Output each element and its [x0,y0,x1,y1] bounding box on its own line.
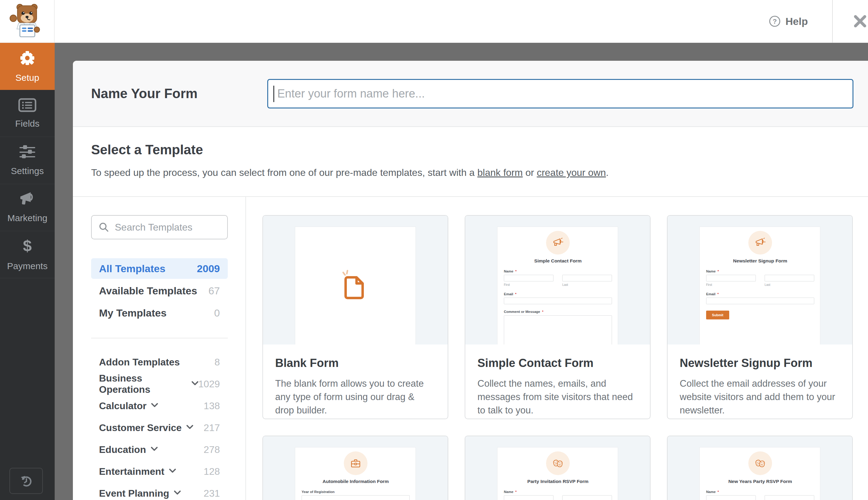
template-card-simple-contact-form[interactable]: Simple Contact FormName *FirstLastEmail … [465,215,651,419]
chevron-down-icon [192,381,198,387]
sidebar-item-settings[interactable]: Settings [0,137,55,184]
help-button[interactable]: ? Help [768,0,808,43]
sidebar-item-label: Payments [7,261,47,271]
category-label: Entertainment [99,466,164,477]
template-category-business-operations[interactable]: Business Operations1029 [91,373,228,395]
setup-panel: Name Your Form Select a Template To spee… [73,61,868,500]
required-asterisk: * [718,269,719,273]
card-footer: Newsletter Signup FormCollect the email … [667,344,852,417]
mini-form-page: Simple Contact FormName *FirstLastEmail … [497,227,618,344]
mini-submit-button: Submit [706,311,729,320]
mini-field-label: Comment or Message * [504,310,612,314]
template-category-education[interactable]: Education278 [91,439,228,461]
sidebar-item-setup[interactable]: Setup [0,43,55,90]
chevron-down-icon [169,469,176,474]
template-category-entertainment[interactable]: Entertainment128 [91,461,228,482]
description-text: To speed up the process, you can select … [91,167,477,178]
text-caret [273,86,274,102]
mini-input [706,496,756,500]
template-filter-available-templates[interactable]: Available Templates67 [91,280,228,301]
mini-input [765,496,814,500]
template-card-automobile-information-form[interactable]: Automobile Information FormYear of Regis… [262,435,448,500]
form-name-input[interactable] [267,79,854,109]
builder-workspace: Name Your Form Select a Template To spee… [55,43,868,500]
briefcase-icon [344,451,367,475]
close-builder-button[interactable] [833,0,868,43]
list-divider [91,338,228,338]
filter-count: 67 [208,285,220,297]
sidebar-item-label: Fields [15,118,39,129]
template-browser: All Templates2009Available Templates67My… [73,197,868,500]
template-card-newsletter-signup-form[interactable]: Newsletter Signup FormName *FirstLastEma… [667,215,853,419]
category-label: Event Planning [99,488,169,499]
sidebar-item-label: Setup [15,72,39,83]
description-text: . [606,167,609,178]
search-templates-input[interactable] [115,222,215,233]
category-count: 217 [204,422,220,433]
mini-input [706,298,814,304]
undo-button[interactable] [9,468,43,494]
category-label: Business Operations [99,373,187,395]
select-template-section: Select a Template To speed up the proces… [73,127,868,197]
template-category-event-planning[interactable]: Event Planning231 [91,482,228,500]
category-count: 8 [214,356,220,368]
wpforms-logo[interactable] [0,0,55,43]
card-footer: Simple Contact FormCollect the names, em… [465,344,650,417]
mini-form-title: Automobile Information Form [301,479,410,484]
filter-label: All Templates [99,263,165,275]
topbar: ? Help [0,0,868,43]
card-preview: Party Invitation RSVP FormName *FirstLas… [465,436,650,500]
template-card-new-years-party-rsvp-form[interactable]: New Years Party RSVP FormName *FirstLast… [667,435,853,500]
template-category-calculator[interactable]: Calculator138 [91,395,228,417]
template-category-customer-service[interactable]: Customer Service217 [91,417,228,439]
form-name-input-wrap [267,79,854,109]
category-label: Education [99,444,146,455]
svg-text:?: ? [773,17,777,25]
card-title: Simple Contact Form [477,356,638,370]
mini-form-title: Newsletter Signup Form [706,258,814,264]
mini-field-label: Name * [504,269,612,273]
mini-input [562,275,612,282]
chevron-down-icon [151,403,158,409]
template-card-blank-form[interactable]: Blank FormThe blank form allows you to c… [262,215,448,419]
search-templates-box [91,215,228,239]
select-template-heading: Select a Template [91,142,850,157]
fields-icon [18,98,36,114]
masks-icon [748,451,772,475]
chevron-down-icon [151,447,158,452]
search-icon [99,222,109,233]
card-description: The blank form allows you to create any … [275,377,435,417]
sidebar-item-label: Marketing [7,213,47,223]
mini-input [504,496,554,500]
select-template-description: To speed up the process, you can select … [91,167,850,178]
mini-input [504,275,554,282]
sidebar-item-payments[interactable]: $Payments [0,231,55,278]
sidebar-item-fields[interactable]: Fields [0,90,55,137]
filter-label: Available Templates [99,285,197,297]
mini-input [504,298,612,304]
mini-form-page: Newsletter Signup FormName *FirstLastEma… [699,227,820,344]
template-filter-all-templates[interactable]: All Templates2009 [91,258,228,279]
category-label: Calculator [99,400,146,412]
mini-input [562,496,612,500]
mini-sublabel: First [504,283,554,287]
mini-sublabel: Last [765,283,814,287]
template-cards-grid: Blank FormThe blank form allows you to c… [246,197,868,500]
mini-form-page [295,227,416,344]
create-your-own-link[interactable]: create your own [537,167,606,178]
mini-field-label: Year of Registration [301,490,410,494]
template-card-party-invitation-rsvp-form[interactable]: Party Invitation RSVP FormName *FirstLas… [465,435,651,500]
sidebar-item-marketing[interactable]: Marketing [0,184,55,231]
template-filter-my-templates[interactable]: My Templates0 [91,303,228,323]
blank-form-link[interactable]: blank form [477,167,523,178]
wpforms-bear-logo-icon [9,3,45,39]
mini-form-page: Party Invitation RSVP FormName *FirstLas… [497,447,618,500]
mini-field-label: Email * [706,292,814,296]
mini-textarea [504,315,612,344]
mini-input [706,275,756,282]
template-category-addon-templates[interactable]: Addon Templates8 [91,351,228,373]
mini-sublabel: First [706,283,756,287]
form-name-section: Name Your Form [73,61,868,127]
mini-input [301,496,410,500]
mini-form-page: Automobile Information FormYear of Regis… [295,447,416,500]
